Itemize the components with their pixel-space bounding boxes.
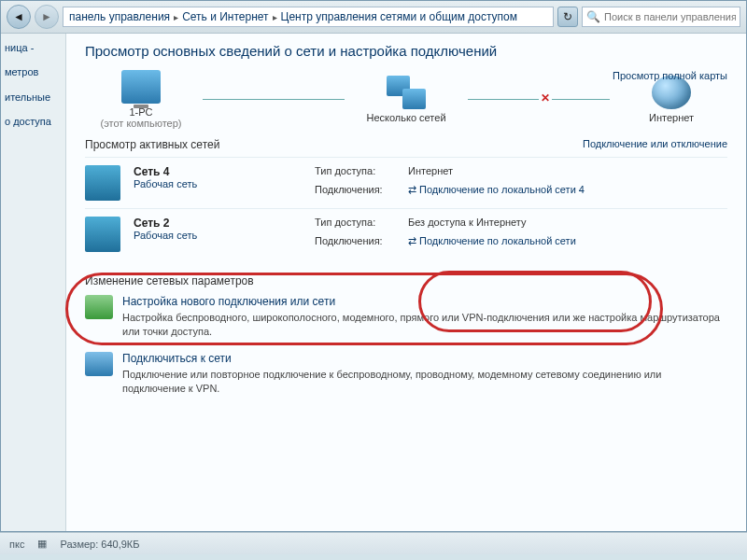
option-description: Подключение или повторное подключение к …: [122, 368, 727, 396]
lan-icon: ⇄: [408, 235, 416, 246]
map-node-multiple-networks: Несколько сетей: [350, 76, 462, 123]
search-field[interactable]: [604, 11, 736, 22]
sidebar-item-advanced[interactable]: ительные: [5, 91, 62, 104]
map-node-pc-sub: (этот компьютер): [85, 118, 197, 129]
back-button[interactable]: ◄: [7, 5, 31, 29]
sidebar-item-adapter-settings[interactable]: метров: [5, 65, 62, 78]
size-label: Размер:: [60, 539, 98, 550]
map-node-multi-label: Несколько сетей: [350, 112, 462, 123]
size-value: 640,9КБ: [101, 539, 139, 550]
network-name: Сеть 2: [134, 217, 302, 230]
map-connector-broken: [468, 99, 610, 100]
breadcrumb-network-internet[interactable]: Сеть и Интернет: [182, 10, 268, 23]
chevron-right-icon: ▸: [273, 12, 277, 22]
computer-icon: [121, 70, 161, 104]
lan-icon: ⇄: [408, 184, 416, 195]
network-row: Сеть 4 Рабочая сеть Тип доступа: Интерне…: [85, 157, 727, 208]
chevron-right-icon: ▸: [174, 12, 178, 22]
view-full-map-link[interactable]: Просмотр полной карты: [613, 70, 727, 81]
network-icon: [85, 217, 120, 252]
search-icon: 🔍: [586, 10, 600, 23]
breadcrumb-control-panel[interactable]: панель управления: [69, 10, 170, 23]
access-type-label: Тип доступа:: [315, 165, 408, 182]
option-connect-network[interactable]: Подключиться к сети Подключение или повт…: [85, 352, 727, 396]
chevron-right-icon: ►: [41, 10, 52, 23]
network-icon: [85, 165, 120, 201]
option-description: Настройка беспроводного, широкополосного…: [122, 311, 727, 339]
new-connection-icon: [85, 295, 113, 319]
map-node-internet-label: Интернет: [615, 112, 727, 123]
map-node-internet: Интернет: [615, 76, 727, 123]
status-left: пкс: [9, 539, 24, 550]
access-type-value: Без доступа к Интернету: [408, 217, 727, 233]
chevron-left-icon: ◄: [13, 10, 24, 23]
access-type-label: Тип доступа:: [315, 217, 408, 233]
connect-network-icon: [85, 352, 113, 376]
search-input[interactable]: 🔍: [582, 7, 740, 27]
connection-link[interactable]: ⇄ Подключение по локальной сети 4: [408, 184, 727, 202]
network-type-link[interactable]: Рабочая сеть: [134, 178, 302, 189]
access-type-value: Интернет: [408, 165, 727, 182]
change-network-settings-heading: Изменение сетевых параметров: [85, 274, 727, 287]
sidebar-item-sharing[interactable]: о доступа: [5, 115, 62, 128]
option-new-connection[interactable]: Настройка нового подключения или сети На…: [85, 295, 727, 339]
multiple-networks-icon: [387, 76, 426, 109]
option-title[interactable]: Настройка нового подключения или сети: [122, 295, 727, 308]
network-type-link[interactable]: Рабочая сеть: [134, 230, 302, 241]
map-connector: [203, 99, 345, 100]
page-title: Просмотр основных сведений о сети и наст…: [85, 43, 727, 59]
forward-button[interactable]: ►: [35, 5, 59, 29]
refresh-icon: ↻: [563, 10, 572, 23]
breadcrumb-network-center[interactable]: Центр управления сетями и общим доступом: [281, 10, 518, 23]
connections-label: Подключения:: [315, 235, 408, 253]
network-row: Сеть 2 Рабочая сеть Тип доступа: Без дос…: [85, 208, 727, 259]
connect-disconnect-link[interactable]: Подключение или отключение: [583, 138, 727, 149]
sidebar-item-home[interactable]: ница -: [5, 41, 62, 54]
breadcrumb[interactable]: панель управления ▸ Сеть и Интернет ▸ Це…: [63, 7, 554, 27]
sidebar: ница - метров ительные о доступа: [1, 34, 66, 531]
option-title[interactable]: Подключиться к сети: [122, 352, 727, 365]
active-networks-heading: Просмотр активных сетей Подключение или …: [85, 138, 727, 151]
refresh-button[interactable]: ↻: [557, 7, 578, 27]
network-name: Сеть 4: [134, 165, 302, 178]
map-node-this-pc: 1-PC (этот компьютер): [85, 70, 197, 129]
status-bar: пкс ▦ Размер: 640,9КБ: [0, 532, 747, 554]
connections-label: Подключения:: [315, 184, 408, 202]
connection-link[interactable]: ⇄ Подключение по локальной сети: [408, 235, 727, 253]
file-size-icon: ▦: [37, 538, 47, 550]
